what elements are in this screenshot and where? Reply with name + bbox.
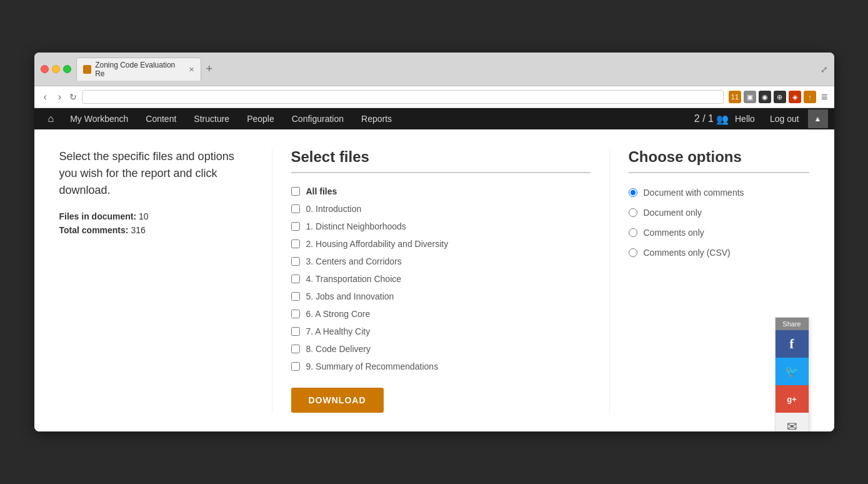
- nav-user-count: 2 / 1: [694, 113, 714, 124]
- nav-bar: ⌂ My Workbench Content Structure People …: [34, 108, 834, 129]
- file-label-intro: 0. Introduction: [306, 204, 362, 214]
- nav-item-content[interactable]: Content: [137, 109, 185, 129]
- file-label-transport: 4. Transportation Choice: [306, 274, 402, 284]
- nav-item-people[interactable]: People: [238, 109, 283, 129]
- radio-doc-comments[interactable]: [629, 188, 637, 197]
- tab-bar: Zoning Code Evaluation Re ✕ +: [76, 58, 816, 81]
- file-label-distinct: 1. Distinct Neighborhoods: [306, 221, 406, 231]
- back-button[interactable]: ‹: [41, 90, 50, 104]
- checkbox-distinct[interactable]: [291, 222, 300, 231]
- list-item-transport: 4. Transportation Choice: [291, 270, 591, 288]
- file-list: All files 0. Introduction 1. Distinct Ne…: [291, 183, 591, 375]
- files-in-document: Files in document: 10: [59, 211, 253, 221]
- nav-item-structure[interactable]: Structure: [185, 109, 238, 129]
- checkbox-healthy[interactable]: [291, 327, 300, 336]
- checkbox-core[interactable]: [291, 310, 300, 318]
- share-label: Share: [776, 318, 809, 330]
- twitter-icon: 🐦: [785, 365, 799, 378]
- nav-logout-button[interactable]: Log out: [761, 109, 808, 129]
- share-panel: Share f 🐦 g+ ✉: [775, 317, 809, 431]
- select-files-heading: Select files: [291, 148, 591, 173]
- list-item-distinct: 1. Distinct Neighborhoods: [291, 218, 591, 235]
- list-item-all: All files: [291, 183, 591, 200]
- extension-icon-3[interactable]: ◉: [759, 91, 771, 103]
- share-email-button[interactable]: ✉: [776, 413, 809, 431]
- list-item-code: 8. Code Delivery: [291, 340, 591, 358]
- file-label-core: 6. A Strong Core: [306, 309, 371, 319]
- users-icon: 👥: [716, 113, 729, 125]
- option-label-csv: Comments only (CSV): [644, 248, 731, 258]
- radio-csv[interactable]: [629, 248, 637, 257]
- address-icons: 11 ▣ ◉ ⊕ ◈ ↑ ≡: [729, 91, 828, 104]
- option-doc-comments: Document with comments: [629, 183, 809, 203]
- facebook-icon: f: [789, 336, 794, 352]
- url-input[interactable]: [82, 90, 724, 104]
- checkbox-summary[interactable]: [291, 362, 300, 371]
- option-label-doc-comments: Document with comments: [644, 188, 744, 198]
- files-value: 10: [139, 211, 149, 221]
- extension-icon-4[interactable]: ⊕: [774, 91, 786, 103]
- list-item-centers: 3. Centers and Corridors: [291, 253, 591, 270]
- option-label-comments-only: Comments only: [644, 228, 704, 238]
- center-panel: Select files All files 0. Introduction 1…: [272, 148, 609, 413]
- nav-home-icon[interactable]: ⌂: [41, 108, 62, 129]
- extension-icon-1[interactable]: 11: [729, 91, 741, 103]
- browser-menu-icon[interactable]: ≡: [821, 91, 828, 104]
- address-bar: ‹ › ↻ 11 ▣ ◉ ⊕ ◈ ↑ ≡: [34, 86, 834, 108]
- checkbox-all[interactable]: [291, 187, 300, 196]
- checkbox-transport[interactable]: [291, 275, 300, 283]
- checkbox-intro[interactable]: [291, 204, 300, 213]
- nav-item-reports[interactable]: Reports: [352, 109, 401, 129]
- file-label-jobs: 5. Jobs and Innovation: [306, 291, 394, 301]
- extension-icon-5[interactable]: ◈: [789, 91, 801, 103]
- checkbox-jobs[interactable]: [291, 292, 300, 301]
- tab-close-icon[interactable]: ✕: [189, 66, 194, 74]
- list-item-intro: 0. Introduction: [291, 200, 591, 218]
- choose-options-heading: Choose options: [629, 148, 809, 173]
- list-item-jobs: 5. Jobs and Innovation: [291, 288, 591, 305]
- file-label-all: All files: [306, 186, 337, 196]
- email-icon: ✉: [787, 419, 797, 431]
- file-label-housing: 2. Housing Affordability and Diversity: [306, 239, 449, 249]
- file-label-centers: 3. Centers and Corridors: [306, 256, 402, 266]
- fullscreen-button[interactable]: [63, 65, 71, 73]
- share-twitter-button[interactable]: 🐦: [776, 358, 809, 385]
- nav-item-configuration[interactable]: Configuration: [283, 109, 352, 129]
- list-item-core: 6. A Strong Core: [291, 305, 591, 323]
- tab-title: Zoning Code Evaluation Re: [95, 61, 184, 78]
- refresh-button[interactable]: ↻: [69, 92, 77, 102]
- extension-icon-2[interactable]: ▣: [744, 91, 756, 103]
- share-facebook-button[interactable]: f: [776, 330, 809, 358]
- comments-value: 316: [131, 225, 145, 235]
- list-item-housing: 2. Housing Affordability and Diversity: [291, 235, 591, 253]
- close-button[interactable]: [41, 65, 49, 73]
- files-label: Files in document:: [59, 211, 137, 221]
- radio-doc-only[interactable]: [629, 208, 637, 217]
- forward-button[interactable]: ›: [55, 90, 64, 104]
- description-text: Select the specific files and options yo…: [59, 148, 253, 199]
- option-csv: Comments only (CSV): [629, 243, 809, 263]
- active-tab[interactable]: Zoning Code Evaluation Re ✕: [76, 58, 201, 81]
- nav-arrow-button[interactable]: ▲: [808, 109, 828, 128]
- minimize-button[interactable]: [52, 65, 60, 73]
- nav-item-workbench[interactable]: My Workbench: [61, 109, 137, 129]
- content-area: Select the specific files and options yo…: [34, 129, 834, 431]
- option-comments-only: Comments only: [629, 223, 809, 243]
- nav-hello: Hello: [729, 109, 761, 129]
- radio-comments-only[interactable]: [629, 228, 637, 237]
- extension-icon-6[interactable]: ↑: [804, 91, 816, 103]
- traffic-lights: [41, 65, 71, 73]
- comments-label: Total comments:: [59, 225, 129, 235]
- option-doc-only: Document only: [629, 203, 809, 223]
- file-label-code: 8. Code Delivery: [306, 344, 371, 354]
- checkbox-centers[interactable]: [291, 257, 300, 266]
- left-panel: Select the specific files and options yo…: [59, 148, 272, 413]
- meta-info: Files in document: 10 Total comments: 31…: [59, 211, 253, 235]
- download-button[interactable]: DOWNLOAD: [291, 388, 384, 413]
- main-layout: Select the specific files and options yo…: [34, 129, 834, 431]
- share-google-button[interactable]: g+: [776, 385, 809, 413]
- new-tab-button[interactable]: +: [204, 63, 216, 76]
- checkbox-code[interactable]: [291, 345, 300, 353]
- checkbox-housing[interactable]: [291, 239, 300, 248]
- list-item-healthy: 7. A Healthy City: [291, 323, 591, 340]
